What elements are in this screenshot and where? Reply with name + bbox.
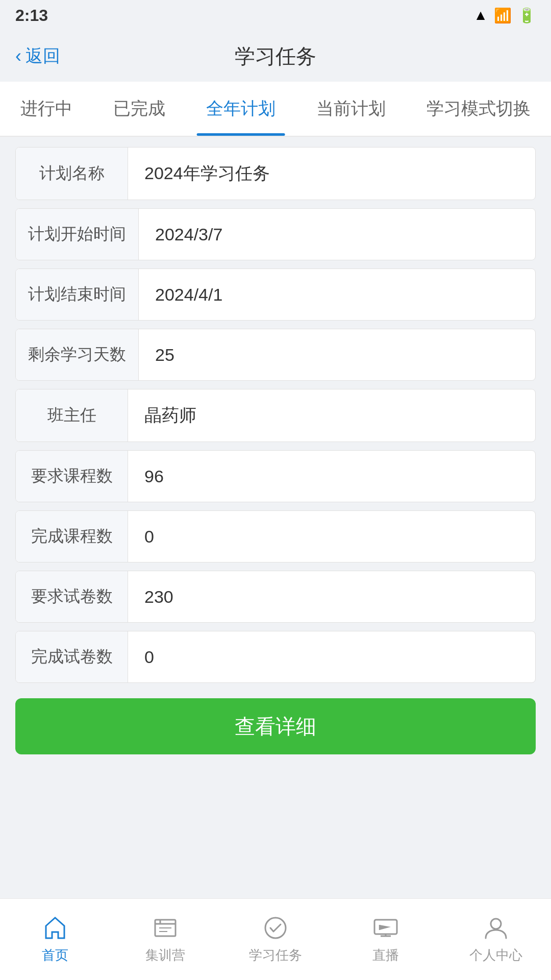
home-icon xyxy=(42,915,68,941)
value-plan-name: 2024年学习任务 xyxy=(128,148,535,200)
status-icons: ▲ 📶 🔋 xyxy=(473,7,536,24)
value-required-exams: 230 xyxy=(128,571,535,622)
nav-item-training[interactable]: 集训营 xyxy=(110,915,220,964)
status-bar: 2:13 ▲ 📶 🔋 xyxy=(0,0,551,31)
nav-label-profile: 个人中心 xyxy=(469,946,522,964)
svg-point-11 xyxy=(491,919,501,929)
label-teacher: 班主任 xyxy=(16,389,128,442)
tab-completed[interactable]: 已完成 xyxy=(93,82,186,136)
plan-info-table: 计划名称 2024年学习任务 计划开始时间 2024/3/7 计划结束时间 20… xyxy=(15,147,536,683)
value-remaining-days: 25 xyxy=(139,329,535,380)
table-row: 要求课程数 96 xyxy=(15,450,536,502)
wifi-icon: ▲ xyxy=(473,7,488,23)
live-icon xyxy=(372,915,399,941)
tabs-bar: 进行中 已完成 全年计划 当前计划 学习模式切换 xyxy=(0,82,551,137)
tab-current-plan[interactable]: 当前计划 xyxy=(296,82,406,136)
table-row: 剩余学习天数 25 xyxy=(15,329,536,381)
table-row: 计划名称 2024年学习任务 xyxy=(15,147,536,200)
nav-label-study-task: 学习任务 xyxy=(249,946,302,964)
table-row: 计划开始时间 2024/3/7 xyxy=(15,208,536,260)
back-label: 返回 xyxy=(26,44,60,68)
table-row: 要求试卷数 230 xyxy=(15,571,536,623)
back-arrow-icon: ‹ xyxy=(15,45,21,67)
value-end-time: 2024/4/1 xyxy=(139,269,535,320)
svg-point-5 xyxy=(265,918,286,938)
status-time: 2:13 xyxy=(15,6,48,25)
page-title: 学习任务 xyxy=(235,42,316,70)
label-remaining-days: 剩余学习天数 xyxy=(16,329,139,380)
tab-annual-plan[interactable]: 全年计划 xyxy=(186,82,296,136)
svg-marker-10 xyxy=(380,925,391,930)
table-row: 计划结束时间 2024/4/1 xyxy=(15,268,536,321)
label-start-time: 计划开始时间 xyxy=(16,209,139,260)
label-end-time: 计划结束时间 xyxy=(16,269,139,320)
value-completed-courses: 0 xyxy=(128,511,535,562)
nav-item-profile[interactable]: 个人中心 xyxy=(441,915,551,964)
back-button[interactable]: ‹ 返回 xyxy=(15,44,60,68)
battery-icon: 🔋 xyxy=(518,7,536,24)
content-area: 计划名称 2024年学习任务 计划开始时间 2024/3/7 计划结束时间 20… xyxy=(0,137,551,898)
label-completed-exams: 完成试卷数 xyxy=(16,631,128,682)
study-task-icon xyxy=(262,915,289,941)
nav-item-study-task[interactable]: 学习任务 xyxy=(220,915,331,964)
value-required-courses: 96 xyxy=(128,451,535,502)
nav-label-live: 直播 xyxy=(372,946,399,964)
table-row: 完成试卷数 0 xyxy=(15,631,536,683)
header: ‹ 返回 学习任务 xyxy=(0,31,551,82)
training-icon xyxy=(152,915,179,941)
value-start-time: 2024/3/7 xyxy=(139,209,535,260)
table-row: 班主任 晶药师 xyxy=(15,389,536,442)
value-completed-exams: 0 xyxy=(128,631,535,682)
table-row: 完成课程数 0 xyxy=(15,510,536,562)
view-detail-button[interactable]: 查看详细 xyxy=(15,698,536,754)
label-required-exams: 要求试卷数 xyxy=(16,571,128,622)
nav-label-home: 首页 xyxy=(42,946,68,964)
nav-item-home[interactable]: 首页 xyxy=(0,915,110,964)
signal-icon: 📶 xyxy=(494,7,512,24)
nav-item-live[interactable]: 直播 xyxy=(331,915,441,964)
bottom-navigation: 首页 集训营 学习任务 直播 个人中 xyxy=(0,898,551,980)
value-teacher: 晶药师 xyxy=(128,389,535,442)
nav-label-training: 集训营 xyxy=(145,946,185,964)
label-completed-courses: 完成课程数 xyxy=(16,511,128,562)
tab-in-progress[interactable]: 进行中 xyxy=(0,82,93,136)
label-required-courses: 要求课程数 xyxy=(16,451,128,502)
tab-study-mode[interactable]: 学习模式切换 xyxy=(406,82,551,136)
label-plan-name: 计划名称 xyxy=(16,148,128,200)
profile-icon xyxy=(483,915,509,941)
